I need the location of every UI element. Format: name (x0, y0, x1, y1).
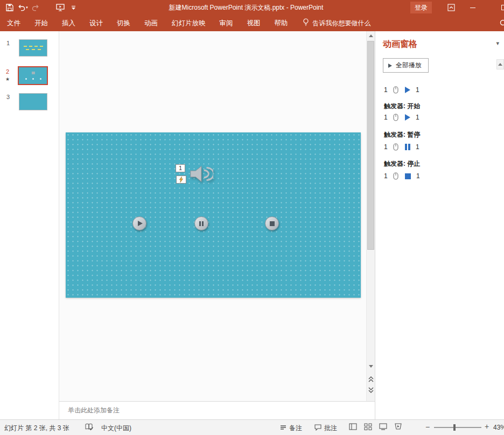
animation-number-badge: 1 (176, 164, 185, 172)
slide-number: 3 (6, 94, 10, 100)
zoom-in-button[interactable]: + (485, 422, 489, 431)
spellcheck-icon[interactable] (85, 423, 93, 433)
comment-icon (314, 424, 321, 432)
tell-me-label: 告诉我你想要做什么 (313, 19, 371, 28)
play-glyph-icon (405, 87, 410, 93)
tab-insert[interactable]: 插入 (55, 15, 82, 31)
pause-button-shape[interactable] (194, 216, 208, 230)
animation-item[interactable]: 1 1 (384, 171, 420, 181)
view-switcher (349, 423, 402, 430)
play-glyph-icon (405, 114, 410, 121)
maximize-icon[interactable] (495, 2, 504, 13)
speaker-icon[interactable] (188, 162, 213, 187)
titlebar: ▾ 新建Microsoft PowerPoint 演示文稿.pptx - Pow… (0, 0, 504, 15)
tell-me-box[interactable]: 告诉我你想要做什么 (303, 18, 371, 28)
zoom-slider[interactable] (434, 427, 481, 428)
click-trigger-icon (393, 114, 398, 121)
stop-button-shape[interactable] (265, 216, 279, 230)
tab-slideshow[interactable]: 幻灯片放映 (165, 15, 213, 31)
thumb-title-placeholder (26, 49, 41, 50)
reading-view-icon[interactable] (379, 423, 387, 430)
slide-thumbnail-1[interactable] (19, 39, 47, 57)
scroll-up-icon[interactable] (367, 31, 375, 40)
notes-toggle-label: 备注 (289, 424, 302, 433)
scrollbar-thumb[interactable] (367, 41, 374, 250)
tab-design[interactable]: 设计 (82, 15, 110, 31)
animation-target-label: 1 (416, 114, 419, 121)
start-slideshow-icon[interactable] (54, 2, 67, 13)
slide-number: 2 (6, 68, 9, 75)
sign-in-button[interactable]: 登录 (410, 2, 432, 13)
undo-icon[interactable]: ▾ (16, 2, 29, 13)
slides-panel: 1 2 ★ 3 (0, 31, 59, 419)
play-all-button[interactable]: 全部播放 (383, 58, 429, 73)
scroll-down-icon[interactable] (367, 362, 375, 370)
editor-canvas[interactable]: 1 (59, 31, 366, 401)
slide-sorter-view-icon[interactable] (364, 423, 372, 430)
undo-dropdown-icon[interactable]: ▾ (26, 5, 28, 10)
slide-counter: 幻灯片 第 2 张, 共 3 张 (4, 424, 69, 433)
animation-item[interactable]: 1 1 (384, 142, 419, 152)
animation-order-number: 1 (384, 114, 389, 121)
slide-thumbnail-3[interactable] (19, 93, 47, 110)
lightbulb-icon (303, 18, 309, 28)
thumb-button-dot (25, 78, 27, 80)
notes-toggle-button[interactable]: 备注 (280, 424, 302, 433)
powerpoint-window: ▾ 新建Microsoft PowerPoint 演示文稿.pptx - Pow… (0, 0, 504, 435)
previous-slide-icon[interactable] (367, 375, 375, 383)
search-icon[interactable] (499, 19, 504, 29)
slideshow-view-icon[interactable] (394, 423, 402, 430)
tab-animations[interactable]: 动画 (137, 15, 165, 31)
zoom-slider-thumb[interactable] (453, 424, 456, 431)
pause-glyph-icon (405, 144, 410, 150)
comments-toggle-button[interactable]: 批注 (314, 424, 337, 433)
animation-target-label: 1 (416, 86, 419, 94)
animation-order-number: 1 (384, 172, 389, 180)
play-button-shape[interactable] (132, 216, 146, 230)
slide[interactable]: 1 (66, 132, 361, 298)
normal-view-icon[interactable] (349, 423, 357, 430)
language-button[interactable]: 中文(中国) (101, 424, 131, 433)
pane-scroll-up-icon[interactable] (496, 59, 504, 69)
tab-view[interactable]: 视图 (240, 15, 268, 31)
minimize-icon[interactable] (465, 2, 480, 13)
save-icon[interactable] (3, 2, 16, 13)
animation-order-number: 1 (384, 143, 389, 151)
trigger-group-label: 触发器: 暂停 (384, 130, 420, 139)
slide-thumbnail-2[interactable] (18, 66, 48, 85)
trigger-group-label: 触发器: 停止 (384, 159, 420, 169)
thumb-button-dot (32, 78, 34, 80)
trigger-group-label: 触发器: 开始 (384, 102, 420, 111)
animation-item[interactable]: 1 1 (384, 113, 419, 122)
vertical-scrollbar[interactable] (366, 31, 375, 401)
redo-icon[interactable] (29, 2, 42, 13)
pane-collapse-icon[interactable]: ▾ (496, 40, 499, 47)
click-trigger-icon (393, 86, 398, 94)
statusbar: 幻灯片 第 2 张, 共 3 张 中文(中国) 备注 批注 (0, 419, 504, 435)
animation-order-number: 1 (384, 86, 389, 94)
zoom-out-button[interactable]: − (425, 423, 430, 431)
play-all-label: 全部播放 (396, 61, 422, 70)
animation-item[interactable]: 1 1 (384, 85, 419, 95)
tab-help[interactable]: 帮助 (268, 15, 295, 31)
click-trigger-icon (393, 143, 398, 151)
animation-trigger-badge (176, 176, 186, 184)
zoom-percent[interactable]: 43% (493, 424, 504, 431)
window-title: 新建Microsoft PowerPoint 演示文稿.pptx - Power… (80, 3, 504, 12)
play-icon (388, 64, 392, 68)
next-slide-icon[interactable] (367, 385, 375, 394)
thumb-button-dot (40, 78, 41, 80)
tab-transitions[interactable]: 切换 (110, 15, 137, 31)
thumb-title-placeholder (24, 46, 43, 47)
customize-quick-access-icon[interactable] (67, 2, 80, 13)
tab-file[interactable]: 文件 (0, 15, 27, 31)
click-trigger-icon (393, 172, 398, 180)
tab-review[interactable]: 审阅 (213, 15, 240, 31)
ribbon-display-options-icon[interactable] (444, 2, 459, 13)
comments-toggle-label: 批注 (324, 424, 337, 433)
animation-target-label: 1 (416, 172, 420, 180)
notes-area[interactable]: 单击此处添加备注 (59, 401, 375, 419)
animation-pane-title: 动画窗格 (383, 39, 417, 50)
tab-home[interactable]: 开始 (27, 15, 55, 31)
quick-access-toolbar: ▾ (0, 2, 80, 13)
